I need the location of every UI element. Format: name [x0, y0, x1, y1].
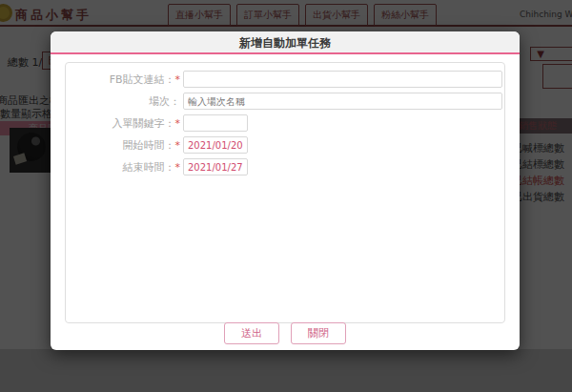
end-time-row: 結束時間：* — [66, 158, 504, 175]
submit-button[interactable]: 送出 — [224, 322, 279, 344]
required-mark: * — [175, 161, 181, 174]
order-keyword-row: 入單關鍵字：* — [66, 114, 504, 132]
fb-post-link-row: FB貼文連結：* — [66, 71, 504, 88]
dialog-title: 新增自動加單任務 — [51, 31, 520, 54]
session-label: 場次： — [66, 94, 180, 109]
start-time-input[interactable] — [183, 136, 248, 154]
close-button[interactable]: 關閉 — [291, 322, 346, 344]
end-time-label: 結束時間：* — [66, 160, 180, 175]
required-mark: * — [175, 139, 181, 152]
dialog-form: FB貼文連結：* 場次： 入單關鍵字：* 開始時間：* 結束時間：* — [65, 62, 505, 323]
session-row: 場次： — [66, 93, 504, 110]
order-keyword-label: 入單關鍵字：* — [66, 116, 180, 131]
required-mark: * — [175, 117, 181, 130]
fb-post-link-label: FB貼文連結：* — [66, 72, 180, 87]
order-keyword-input[interactable] — [183, 114, 248, 132]
start-time-row: 開始時間：* — [66, 136, 504, 154]
start-time-label: 開始時間：* — [66, 138, 180, 153]
fb-post-link-input[interactable] — [183, 71, 502, 88]
session-name-input[interactable] — [183, 93, 502, 110]
dialog-actions: 送出 關閉 — [51, 322, 520, 344]
add-auto-order-task-dialog: 新增自動加單任務 FB貼文連結：* 場次： 入單關鍵字：* 開始時間：* 結束時… — [51, 31, 520, 350]
end-time-input[interactable] — [183, 158, 248, 175]
required-mark: * — [175, 73, 181, 86]
